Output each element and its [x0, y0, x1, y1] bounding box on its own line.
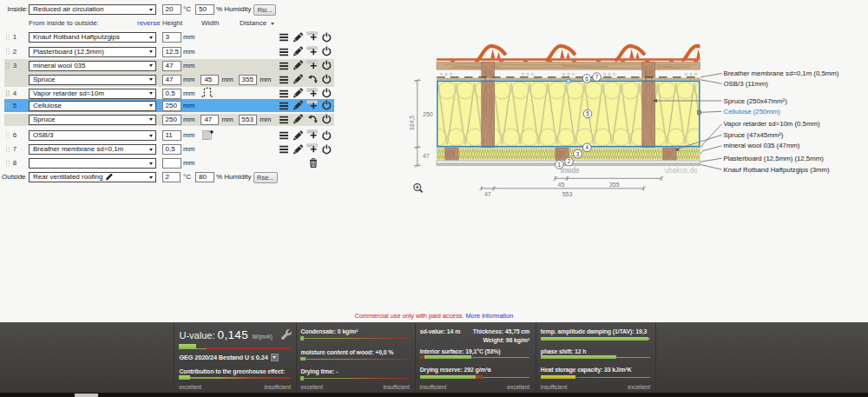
svg-text:mineral wool 035 (47mm): mineral wool 035 (47mm): [724, 142, 800, 149]
svg-text:2: 2: [568, 158, 571, 164]
svg-text:47: 47: [423, 153, 430, 159]
svg-text:324,5: 324,5: [409, 116, 415, 131]
svg-text:250: 250: [423, 111, 433, 117]
svg-text:Breather membrane sd=0,1m (0,5: Breather membrane sd=0,1m (0,5mm): [724, 69, 839, 77]
svg-text:1: 1: [558, 162, 562, 168]
svg-text:4: 4: [586, 144, 589, 150]
svg-text:3: 3: [576, 151, 580, 157]
svg-text:Vapor retarder sd=10m (0,5mm): Vapor retarder sd=10m (0,5mm): [724, 120, 820, 128]
svg-text:553: 553: [562, 191, 573, 197]
svg-text:5: 5: [586, 110, 589, 116]
svg-text:Spruce (250x47mm²): Spruce (250x47mm²): [724, 97, 788, 105]
svg-text:355: 355: [609, 182, 620, 188]
svg-text:Spruce (47x45mm²): Spruce (47x45mm²): [724, 131, 784, 139]
svg-text:Plasterboard (12,5mm) (12,5mm): Plasterboard (12,5mm) (12,5mm): [724, 155, 825, 162]
svg-text:OSB/3 (11mm): OSB/3 (11mm): [724, 80, 769, 88]
svg-text:6: 6: [585, 76, 589, 82]
svg-text:Inside: Inside: [561, 167, 580, 175]
svg-text:45: 45: [558, 182, 565, 188]
svg-text:7: 7: [595, 74, 599, 80]
svg-text:Cellulose (250mm): Cellulose (250mm): [724, 108, 781, 116]
svg-text:Knauf Rotband Haftputzgips (3m: Knauf Rotband Haftputzgips (3mm): [724, 166, 831, 174]
svg-text:47: 47: [484, 191, 491, 197]
svg-text:ubakus.de: ubakus.de: [665, 167, 698, 175]
